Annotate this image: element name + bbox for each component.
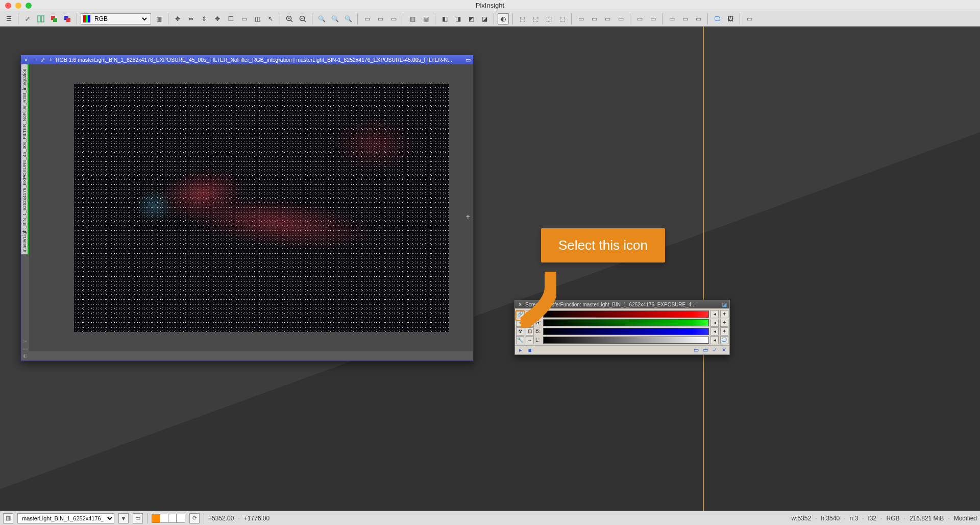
crop-icon[interactable]: ◫	[252, 13, 263, 25]
wrench-icon[interactable]: 🔧	[516, 336, 524, 344]
fit-v-icon[interactable]: ⇕	[199, 13, 210, 25]
win-1-icon[interactable]: ▭	[361, 13, 373, 25]
stf-titlebar[interactable]: × ScreenTransferFunction: masterLight_BI…	[515, 300, 729, 308]
zoom-out-icon[interactable]: －	[526, 319, 534, 327]
settings-icon[interactable]: ✦	[720, 310, 728, 318]
auto-stretch-icon[interactable]: ☢	[516, 327, 524, 336]
stf-slider-green[interactable]	[543, 319, 709, 326]
window-close-icon[interactable]	[5, 3, 11, 9]
readout-1-icon[interactable]: ⬚	[517, 13, 528, 25]
right-panel-icon[interactable]: ▭	[744, 13, 755, 25]
browse-docs-icon[interactable]: ▭	[693, 347, 700, 354]
view-selector-icon[interactable]: ▥	[3, 513, 13, 523]
zoom-in-icon[interactable]: ＋	[516, 319, 524, 327]
pan-tool-icon[interactable]: ✥	[212, 13, 223, 25]
mode-d-icon[interactable]: ▭	[615, 13, 626, 25]
win-3-icon[interactable]: ▭	[388, 13, 399, 25]
image-viewport[interactable]: +	[29, 64, 473, 351]
win-2-icon[interactable]: ▭	[375, 13, 386, 25]
status-width: w:5352	[791, 515, 811, 522]
selection-icon[interactable]: ▭	[238, 13, 250, 25]
readout-icon[interactable]: ◂	[710, 319, 719, 327]
zoom-fit-icon[interactable]: ⊡	[526, 327, 534, 336]
image-window-titlebar[interactable]: × − ⤢ + RGB 1:6 masterLight_BIN_1_6252x4…	[21, 55, 473, 64]
maximize-icon[interactable]: ⤢	[39, 57, 45, 63]
stf-window[interactable]: × ScreenTransferFunction: masterLight_BI…	[514, 300, 730, 355]
settings-icon[interactable]: ✦	[720, 319, 728, 327]
layout-3-icon[interactable]: ▭	[666, 13, 677, 25]
reset-r-icon[interactable]: ▭	[702, 347, 709, 354]
image-selector-dropdown[interactable]: masterLight_BIN_1_6252x4176_EXPOS	[17, 513, 114, 523]
mask-b-icon[interactable]: ◪	[479, 13, 490, 25]
iconify-icon[interactable]: ▭	[465, 57, 471, 63]
readout-icon[interactable]: ◂	[710, 327, 719, 336]
channel-select[interactable]: RGB	[92, 15, 149, 23]
side-tool-3-icon[interactable]: ◐	[23, 353, 28, 359]
close-icon[interactable]: ×	[23, 57, 29, 63]
layout-1-icon[interactable]: ▭	[634, 13, 645, 25]
zoom-1-1-icon[interactable]: 🔍	[329, 13, 340, 25]
tile-h-icon[interactable]: ▥	[407, 13, 418, 25]
mode-a-icon[interactable]: ▭	[575, 13, 586, 25]
side-tool-2-icon[interactable]: ▭	[23, 346, 28, 351]
image-preview-icon[interactable]: 🖼	[725, 13, 736, 25]
readout-icon[interactable]: ◂	[710, 310, 719, 318]
copy-tool-icon[interactable]: ❐	[225, 13, 236, 25]
status-mode: RGB	[887, 515, 900, 522]
image-window[interactable]: × − ⤢ + RGB 1:6 masterLight_BIN_1_6252x4…	[20, 55, 474, 361]
window-fit-icon[interactable]: ⤢	[22, 13, 33, 25]
stf-slider-red[interactable]	[543, 311, 709, 318]
fit-h-icon[interactable]: ⇔	[185, 13, 197, 25]
minimize-icon[interactable]: −	[31, 57, 37, 63]
rgb-layers-icon[interactable]	[48, 13, 60, 25]
monitor-icon[interactable]: 🖵	[720, 336, 728, 344]
window-minimize-icon[interactable]	[15, 3, 21, 9]
zoom-auto-icon[interactable]: 🔍	[342, 13, 354, 25]
settings-icon[interactable]: ✦	[720, 327, 728, 336]
link-channels-button[interactable]: 🔗	[516, 310, 524, 318]
move-tool-icon[interactable]: ✥	[172, 13, 183, 25]
monitor-icon[interactable]: 🖵	[712, 13, 723, 25]
side-tool-1-icon[interactable]: ✂	[23, 339, 27, 344]
mode-b-icon[interactable]: ▭	[589, 13, 600, 25]
view-list-icon[interactable]: ☰	[3, 13, 14, 25]
zoom-out-icon[interactable]	[297, 13, 308, 25]
cancel-icon[interactable]: ✕	[720, 347, 727, 354]
apply-check-icon[interactable]: ✓	[711, 347, 718, 354]
zoom-fit-icon[interactable]: 🔍	[316, 13, 327, 25]
shade-icon[interactable]: +	[47, 57, 54, 63]
mask-a-icon[interactable]: ◩	[465, 13, 477, 25]
refresh-icon[interactable]: ⟳	[189, 513, 200, 523]
rgb-layers-alt-icon[interactable]	[62, 13, 73, 25]
tile-v-icon[interactable]: ▤	[420, 13, 431, 25]
mask-show-icon[interactable]: ◧	[439, 13, 450, 25]
preview-swatches[interactable]	[152, 514, 185, 523]
zoom-in-icon[interactable]	[284, 13, 295, 25]
window-zoom-icon[interactable]	[26, 3, 32, 9]
layout-2-icon[interactable]: ▭	[647, 13, 658, 25]
readout-3-icon[interactable]: ⬚	[543, 13, 554, 25]
pointer-icon[interactable]: ↖	[265, 13, 276, 25]
resize-icon[interactable]: ↔	[526, 336, 534, 344]
close-icon[interactable]: ×	[517, 301, 523, 307]
shade-icon[interactable]: ◪	[721, 301, 727, 307]
channels-panel-icon[interactable]: ▥	[153, 13, 164, 25]
stf-slider-luminance[interactable]	[543, 337, 709, 344]
image-identifier-tab[interactable]: masterLight_BIN_1_6252x4176_EXPOSURE_45_…	[21, 64, 29, 254]
window-tile-icon[interactable]	[35, 13, 46, 25]
stf-slider-blue[interactable]	[543, 328, 709, 335]
readout-4-icon[interactable]: ⬚	[556, 13, 568, 25]
layout-4-icon[interactable]: ▭	[679, 13, 691, 25]
stf-auto-icon[interactable]: ◐	[498, 13, 509, 25]
readout-2-icon[interactable]: ⬚	[530, 13, 541, 25]
edit-pointer-icon[interactable]: ↖	[526, 310, 534, 318]
mask-invert-icon[interactable]: ◨	[452, 13, 463, 25]
view-browser-icon[interactable]: ▭	[133, 513, 143, 523]
channel-selector[interactable]: RGB	[81, 13, 151, 25]
readout-icon[interactable]: ◂	[710, 336, 719, 344]
mode-c-icon[interactable]: ▭	[602, 13, 613, 25]
dropdown-toggle-icon[interactable]: ▼	[118, 513, 129, 523]
new-instance-icon[interactable]: ■	[526, 347, 533, 354]
apply-icon[interactable]: ▸	[517, 347, 524, 354]
layout-5-icon[interactable]: ▭	[693, 13, 704, 25]
